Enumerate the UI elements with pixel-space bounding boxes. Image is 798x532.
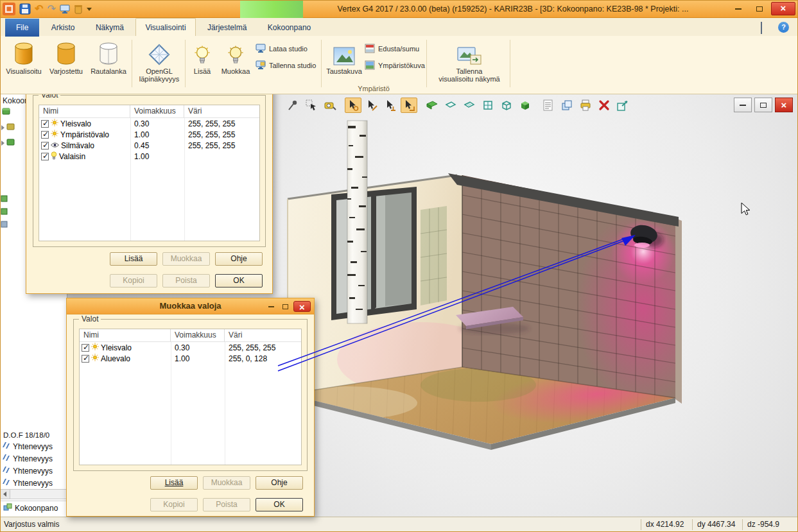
copy-layers-icon[interactable]: [559, 98, 575, 113]
checkbox-checked[interactable]: [41, 131, 49, 139]
save-studio-button[interactable]: Tallenna studio: [256, 59, 316, 72]
tree-item[interactable]: [1, 123, 15, 133]
cube-outline-icon[interactable]: [498, 98, 515, 113]
face-green-icon[interactable]: [424, 98, 440, 113]
screen-icon[interactable]: [60, 2, 70, 16]
light-row[interactable]: Valaisin 1.00: [39, 151, 259, 162]
light-row[interactable]: Ympäristövalo 1.00 255, 255, 255: [39, 129, 259, 140]
copy-button[interactable]: Kopioi: [110, 274, 157, 287]
cube-green-icon[interactable]: [517, 98, 533, 113]
rautalanka-button[interactable]: Rautalanka: [89, 39, 128, 86]
foreground-fog-button[interactable]: Edusta/sumu: [365, 42, 425, 55]
add-button[interactable]: Lisää: [110, 252, 157, 266]
minimize-button[interactable]: [729, 2, 748, 15]
help-button[interactable]: ?: [778, 22, 789, 33]
tree-item[interactable]: [2, 107, 10, 117]
help-button[interactable]: Ohje: [256, 476, 303, 490]
light-name: Aluevalo: [101, 354, 130, 363]
scroll-left-button[interactable]: [0, 490, 10, 499]
edit-button[interactable]: Muokkaa: [162, 252, 210, 266]
tab-kokoonpano[interactable]: Kokoonpano: [259, 19, 320, 37]
jar-icon[interactable]: [74, 2, 83, 16]
pushpin-icon[interactable]: [284, 98, 301, 113]
viewport-minimize-button[interactable]: [734, 98, 752, 112]
tab-jarjestelma[interactable]: Järjestelmä: [198, 19, 256, 37]
tree-item[interactable]: [1, 207, 8, 217]
dialog-maximize-button[interactable]: [279, 302, 291, 312]
window-face-icon[interactable]: [480, 98, 496, 113]
constraint-row[interactable]: Yhtenevyys: [2, 441, 53, 452]
redo-icon[interactable]: ↷: [47, 2, 55, 16]
checkbox-checked[interactable]: [41, 153, 49, 160]
tab-visualisointi[interactable]: Visualisointi: [135, 18, 195, 36]
qat-dropdown-icon[interactable]: [87, 2, 92, 16]
add-light-button[interactable]: Lisää: [187, 39, 217, 86]
save-icon[interactable]: [19, 2, 31, 16]
copy-button[interactable]: Kopioi: [150, 498, 198, 511]
delete-button[interactable]: Poista: [203, 498, 250, 511]
viewport-close-button[interactable]: [775, 98, 793, 112]
ok-button[interactable]: OK: [215, 274, 263, 287]
tab-nakyma[interactable]: Näkymä: [87, 19, 133, 37]
snap-point-icon[interactable]: [345, 98, 361, 113]
save-visualized-view-button[interactable]: Tallennavisualisoitu näkymä: [431, 39, 507, 86]
export-view-icon[interactable]: [614, 98, 631, 113]
constraint-row[interactable]: Yhtenevyys: [2, 477, 53, 488]
select-area-icon[interactable]: [303, 98, 320, 113]
face-shaded-icon[interactable]: [461, 98, 478, 113]
edit-lights-button[interactable]: Muokkaa: [218, 39, 253, 86]
load-studio-button[interactable]: Lataa studio: [256, 42, 316, 55]
part-list-icon[interactable]: [540, 98, 557, 113]
face-outline-icon[interactable]: [442, 98, 459, 113]
dialog-minimize-button[interactable]: [265, 302, 277, 312]
constraint-row[interactable]: Yhtenevyys: [2, 465, 53, 476]
edit-button[interactable]: Muokkaa: [203, 476, 250, 490]
edit-lights-dialog-1[interactable]: Muokkaa valoja Valot Nimi Voimakkuus Vär…: [26, 74, 273, 294]
collapse-ribbon-button[interactable]: [761, 23, 770, 31]
light-row[interactable]: Yleisvalo 0.30 255, 255, 255: [80, 342, 301, 353]
tab-file[interactable]: File: [5, 19, 39, 37]
checkbox-checked[interactable]: [41, 142, 49, 150]
light-row[interactable]: Silmävalo 0.45 255, 255, 255: [39, 140, 259, 151]
snap-corner-icon[interactable]: [401, 98, 417, 113]
horizontal-scrollbar[interactable]: [0, 489, 67, 499]
constraint-row[interactable]: Yhtenevyys: [2, 453, 53, 464]
lights-table[interactable]: Nimi Voimakkuus Väri Yleisvalo 0.30 255,…: [39, 105, 260, 241]
opengl-transparency-button[interactable]: OpenGLläpinäkyvyys: [135, 39, 184, 86]
light-row[interactable]: Aluevalo 1.00 255, 0, 128: [80, 353, 301, 364]
dialog-title-bar[interactable]: Muokkaa valoja: [67, 298, 314, 314]
varjostettu-button[interactable]: Varjostettu: [46, 39, 86, 86]
checkbox-checked[interactable]: [82, 344, 89, 352]
delete-button[interactable]: Poista: [162, 274, 210, 287]
checkbox-checked[interactable]: [41, 120, 49, 128]
tree-item[interactable]: [1, 219, 8, 230]
ok-button[interactable]: OK: [256, 498, 303, 511]
undo-icon[interactable]: ↶: [35, 2, 43, 16]
panel-tab-kokoonpano[interactable]: Kokoonpano: [0, 501, 67, 515]
snap-line-icon[interactable]: [363, 98, 380, 113]
viewport-restore-button[interactable]: [754, 98, 772, 112]
app-logo-icon[interactable]: [3, 2, 15, 16]
help-button[interactable]: Ohje: [215, 252, 263, 266]
light-row[interactable]: Yleisvalo 0.30 255, 255, 255: [39, 118, 259, 129]
add-button[interactable]: Lisää: [150, 476, 198, 490]
edit-lights-dialog-2[interactable]: Muokkaa valoja Valot Nimi Voimakkuus Vär…: [66, 298, 315, 517]
visualisoitu-button[interactable]: Visualisoitu: [4, 39, 44, 86]
measure-tape-icon[interactable]: [322, 98, 338, 113]
lights-table[interactable]: Nimi Voimakkuus Väri Yleisvalo 0.30 255,…: [79, 329, 302, 465]
expand-caret-icon[interactable]: [1, 125, 4, 130]
print-icon[interactable]: [577, 98, 594, 113]
tab-arkisto[interactable]: Arkisto: [42, 19, 84, 37]
tree-item[interactable]: [1, 194, 8, 204]
maximize-button[interactable]: [750, 2, 769, 15]
background-image-button[interactable]: Taustakuva: [326, 39, 362, 86]
environment-image-button[interactable]: Ympäristökuva: [365, 59, 425, 72]
tree-item[interactable]: [1, 138, 15, 148]
dialog-close-button[interactable]: [293, 301, 311, 312]
checkbox-checked[interactable]: [82, 355, 89, 363]
expand-caret-icon[interactable]: [1, 141, 4, 146]
col-voimakkuus: Voimakkuus: [171, 329, 225, 341]
delete-icon[interactable]: [596, 98, 612, 113]
close-button[interactable]: [771, 2, 795, 15]
snap-perpendicular-icon[interactable]: [382, 98, 399, 113]
